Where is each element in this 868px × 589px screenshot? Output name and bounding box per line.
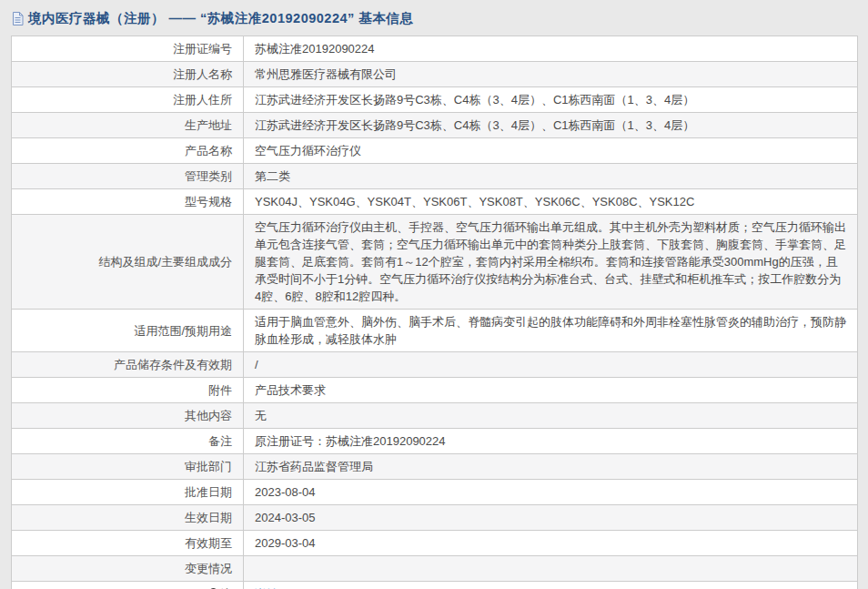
row-value: 2024-03-05 bbox=[244, 505, 858, 531]
table-row: 注册证编号苏械注准20192090224 bbox=[12, 36, 858, 62]
row-label: 产品储存条件及有效期 bbox=[12, 352, 244, 378]
row-label: 备注 bbox=[12, 429, 244, 454]
row-label: 注册人住所 bbox=[12, 87, 244, 113]
row-value: 苏械注准20192090224 bbox=[244, 36, 858, 62]
row-label: 有效期至 bbox=[12, 531, 244, 556]
row-label: 注册证编号 bbox=[12, 36, 244, 62]
row-label: 审批部门 bbox=[12, 454, 244, 480]
row-value: 江苏武进经济开发区长扬路9号C3栋、C4栋（3、4层）、C1栋西南面（1、3、4… bbox=[244, 113, 858, 138]
row-value: 无 bbox=[244, 403, 858, 429]
row-value bbox=[244, 556, 858, 582]
row-value: 产品技术要求 bbox=[244, 378, 858, 403]
row-label: 生产地址 bbox=[12, 113, 244, 138]
row-label: 其他内容 bbox=[12, 403, 244, 429]
row-value: 空气压力循环治疗仪 bbox=[244, 138, 858, 164]
row-value: 第二类 bbox=[244, 164, 858, 189]
row-label: 生效日期 bbox=[12, 505, 244, 531]
page: 境内医疗器械（注册） —— “苏械注准20192090224” 基本信息 注册证… bbox=[0, 0, 868, 589]
table-row: 生产地址江苏武进经济开发区长扬路9号C3栋、C4栋（3、4层）、C1栋西南面（1… bbox=[12, 113, 858, 138]
row-value: 江苏省药品监督管理局 bbox=[244, 454, 858, 480]
table-row: 其他内容无 bbox=[12, 403, 858, 429]
document-icon bbox=[12, 12, 24, 25]
row-value: 原注册证号：苏械注准20192090224 bbox=[244, 429, 858, 454]
row-value: 常州思雅医疗器械有限公司 bbox=[244, 62, 858, 87]
row-label: 附件 bbox=[12, 378, 244, 403]
table-row: 型号规格YSK04J、YSK04G、YSK04T、YSK06T、YSK08T、Y… bbox=[12, 189, 858, 215]
row-label: 管理类别 bbox=[12, 164, 244, 189]
page-header: 境内医疗器械（注册） —— “苏械注准20192090224” 基本信息 bbox=[0, 0, 868, 36]
row-label: 变更情况 bbox=[12, 556, 244, 582]
table-row: 有效期至2029-03-04 bbox=[12, 531, 858, 556]
row-value: 详情 bbox=[244, 582, 858, 589]
row-label: 批准日期 bbox=[12, 480, 244, 505]
table-row: 附件产品技术要求 bbox=[12, 378, 858, 403]
row-label: 注册人名称 bbox=[12, 62, 244, 87]
row-label: 产品名称 bbox=[12, 138, 244, 164]
table-row: 注册人住所江苏武进经济开发区长扬路9号C3栋、C4栋（3、4层）、C1栋西南面（… bbox=[12, 87, 858, 113]
table-row: 变更情况 bbox=[12, 556, 858, 582]
row-value: 空气压力循环治疗仪由主机、手控器、空气压力循环输出单元组成。其中主机外壳为塑料材… bbox=[244, 215, 858, 310]
table-row: 备注原注册证号：苏械注准20192090224 bbox=[12, 429, 858, 454]
row-value: 适用于脑血管意外、脑外伤、脑手术后、脊髓病变引起的肢体功能障碍和外周非栓塞性脉管… bbox=[244, 310, 858, 352]
table-row: 产品名称空气压力循环治疗仪 bbox=[12, 138, 858, 164]
row-value: / bbox=[244, 352, 858, 378]
table-row: 适用范围/预期用途适用于脑血管意外、脑外伤、脑手术后、脊髓病变引起的肢体功能障碍… bbox=[12, 310, 858, 352]
table-row: 管理类别第二类 bbox=[12, 164, 858, 189]
table-row: 结构及组成/主要组成成分空气压力循环治疗仪由主机、手控器、空气压力循环输出单元组… bbox=[12, 215, 858, 310]
row-value: 2029-03-04 bbox=[244, 531, 858, 556]
table-row: 产品储存条件及有效期/ bbox=[12, 352, 858, 378]
info-table: 注册证编号苏械注准20192090224注册人名称常州思雅医疗器械有限公司注册人… bbox=[11, 36, 858, 589]
row-label: 结构及组成/主要组成成分 bbox=[12, 215, 244, 310]
row-label: 注 bbox=[12, 582, 244, 589]
row-label: 适用范围/预期用途 bbox=[12, 310, 244, 352]
table-row: 生效日期2024-03-05 bbox=[12, 505, 858, 531]
row-label: 型号规格 bbox=[12, 189, 244, 215]
page-title: 境内医疗器械（注册） —— “苏械注准20192090224” 基本信息 bbox=[28, 10, 413, 27]
row-value: 2023-08-04 bbox=[244, 480, 858, 505]
table-row: 批准日期2023-08-04 bbox=[12, 480, 858, 505]
row-value: 江苏武进经济开发区长扬路9号C3栋、C4栋（3、4层）、C1栋西南面（1、3、4… bbox=[244, 87, 858, 113]
table-row: 注详情 bbox=[12, 582, 858, 589]
row-value: YSK04J、YSK04G、YSK04T、YSK06T、YSK08T、YSK06… bbox=[244, 189, 858, 215]
table-row: 审批部门江苏省药品监督管理局 bbox=[12, 454, 858, 480]
table-row: 注册人名称常州思雅医疗器械有限公司 bbox=[12, 62, 858, 87]
